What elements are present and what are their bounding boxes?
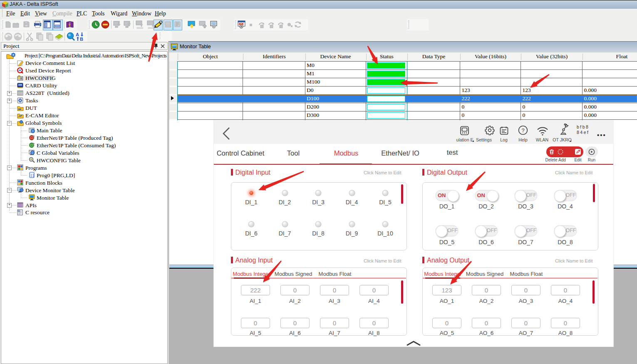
svg-text:[]: [] (30, 173, 35, 177)
svg-text:?: ? (68, 23, 71, 27)
svg-text:10101: 10101 (148, 27, 155, 30)
svg-text:B: B (80, 37, 83, 42)
svg-text:10101: 10101 (136, 27, 144, 30)
svg-text:?: ? (521, 127, 524, 134)
svg-text:A: A (76, 32, 79, 37)
